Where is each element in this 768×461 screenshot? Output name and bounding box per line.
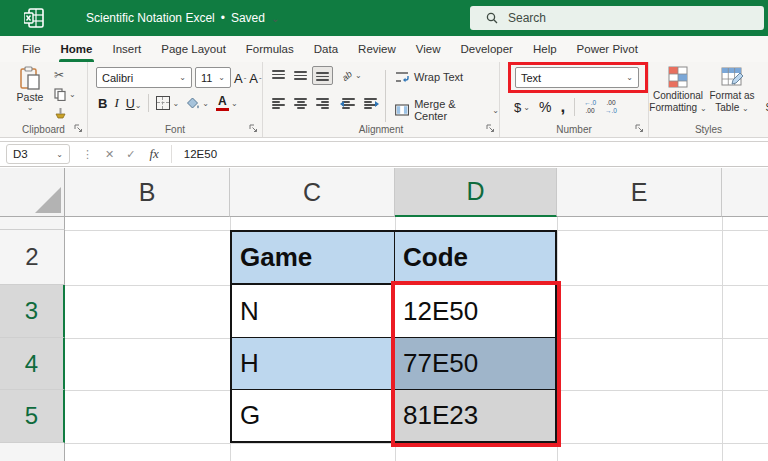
decrease-indent-button[interactable]: [342, 98, 355, 109]
group-alignment: ab⌄ Wrap Text: [263, 62, 500, 137]
clipboard-mini-buttons: ✂ ⌄: [54, 68, 76, 120]
bottom-align-button-selected[interactable]: [312, 66, 333, 85]
font-separator: [148, 94, 149, 112]
tab-review[interactable]: Review: [348, 36, 406, 62]
paste-chevron-icon: ⌄: [27, 103, 34, 112]
percent-button[interactable]: %: [539, 99, 551, 115]
number-dialog-launcher[interactable]: [635, 124, 644, 133]
borders-button[interactable]: ⌄: [156, 96, 179, 110]
align-right-button[interactable]: [316, 98, 329, 109]
merge-center-label: Merge & Center: [414, 98, 487, 122]
row-header-1-partial[interactable]: [0, 217, 65, 230]
search-input[interactable]: [508, 11, 708, 25]
currency-button[interactable]: $⌄: [514, 100, 530, 115]
fill-color-icon: [186, 97, 200, 110]
cell-d5[interactable]: 81E23: [395, 390, 555, 441]
font-dialog-launcher[interactable]: [249, 124, 258, 133]
column-header-e[interactable]: E: [557, 168, 722, 217]
increase-decimal-button[interactable]: ←.0.00: [584, 99, 596, 115]
italic-button[interactable]: I: [114, 95, 118, 111]
cell-d4[interactable]: 77E50: [395, 338, 555, 390]
title-chevron-icon[interactable]: ⌄: [271, 13, 279, 24]
formula-bar-dots-icon: ⋮: [82, 148, 93, 161]
cell-c2[interactable]: Game: [232, 232, 395, 285]
copy-button[interactable]: ⌄: [54, 87, 76, 101]
comma-style-button[interactable]: ,: [560, 102, 565, 112]
ribbon-tab-bar: File Home Insert Page Layout Formulas Da…: [0, 36, 768, 62]
name-box[interactable]: D3 ⌄: [6, 144, 70, 164]
clipboard-dialog-launcher[interactable]: [74, 124, 83, 133]
row-header-3[interactable]: 3: [0, 285, 65, 338]
enter-button[interactable]: ✓: [126, 148, 135, 161]
number-format-combo[interactable]: Text ⌄: [515, 67, 639, 88]
cut-button[interactable]: ✂: [54, 68, 76, 82]
column-header-c[interactable]: C: [230, 168, 395, 217]
formula-bar: D3 ⌄ ⋮ ✕ ✓ fx 12E50: [0, 141, 768, 167]
cell-d3-active[interactable]: 12E50: [395, 285, 555, 338]
conditional-formatting-chevron-icon: ⌄: [700, 104, 707, 113]
cell-c5[interactable]: G: [232, 390, 395, 441]
tab-help[interactable]: Help: [523, 36, 567, 62]
save-status: Saved: [231, 11, 265, 25]
ribbon: Paste ⌄ ✂ ⌄ Cli: [0, 62, 768, 138]
conditional-formatting-button[interactable]: Conditional Formatting ⌄: [654, 66, 702, 113]
row-header-6-partial[interactable]: 6: [0, 443, 65, 461]
name-box-chevron-icon: ⌄: [56, 150, 63, 159]
grow-font-button[interactable]: Aˆ: [234, 69, 246, 87]
excel-app-icon: [24, 8, 44, 28]
decrease-decimal-button[interactable]: .00→.0: [605, 99, 617, 115]
middle-align-button[interactable]: [294, 70, 307, 81]
cell-c3[interactable]: N: [232, 285, 395, 338]
row-header-4[interactable]: 4: [0, 338, 65, 390]
select-all-corner[interactable]: [0, 168, 65, 217]
top-align-button[interactable]: [272, 70, 285, 81]
font-size-combo[interactable]: 11 ⌄: [195, 67, 231, 88]
tab-data[interactable]: Data: [304, 36, 348, 62]
format-painter-button[interactable]: [54, 106, 76, 120]
format-as-table-button[interactable]: Format as Table ⌄: [708, 66, 756, 113]
cancel-button[interactable]: ✕: [105, 148, 114, 161]
paste-label: Paste: [17, 91, 44, 103]
format-painter-icon: [54, 107, 67, 120]
wrap-text-label: Wrap Text: [414, 71, 463, 83]
font-color-button[interactable]: A ⌄: [216, 95, 238, 111]
increase-indent-button[interactable]: [364, 98, 377, 109]
cell-d2[interactable]: Code: [395, 232, 555, 285]
tab-page-layout[interactable]: Page Layout: [151, 36, 236, 62]
bold-button[interactable]: B: [98, 96, 107, 111]
insert-function-button[interactable]: fx: [149, 146, 158, 162]
tab-formulas[interactable]: Formulas: [236, 36, 304, 62]
cell-styles-button[interactable]: Cell Styles: [762, 66, 768, 113]
tab-home[interactable]: Home: [51, 36, 103, 62]
alignment-dialog-launcher[interactable]: [486, 124, 495, 133]
wrap-text-button[interactable]: Wrap Text: [395, 71, 463, 83]
tab-file[interactable]: File: [12, 36, 51, 62]
tab-developer[interactable]: Developer: [451, 36, 523, 62]
column-header-b[interactable]: B: [65, 168, 230, 217]
row-header-2[interactable]: 2: [0, 230, 65, 285]
align-center-button[interactable]: [294, 98, 307, 109]
cell-c4[interactable]: H: [232, 338, 395, 390]
font-name-combo[interactable]: Calibri ⌄: [96, 67, 192, 88]
align-left-button[interactable]: [272, 98, 285, 109]
underline-button[interactable]: U⌄: [126, 94, 142, 112]
orientation-button[interactable]: ab⌄: [342, 71, 362, 81]
formula-bar-input[interactable]: 12E50: [184, 148, 217, 160]
merge-center-button[interactable]: Merge & Center ⌄: [395, 98, 499, 122]
copy-chevron-icon: ⌄: [69, 90, 76, 99]
tab-insert[interactable]: Insert: [102, 36, 151, 62]
column-header-f-partial[interactable]: [722, 168, 768, 217]
row-header-5[interactable]: 5: [0, 390, 65, 443]
font-color-chevron-icon: ⌄: [231, 99, 238, 108]
search-box[interactable]: [470, 6, 764, 30]
format-as-table-label-1: Format as: [709, 90, 754, 102]
font-name-value: Calibri: [102, 72, 133, 84]
tab-view[interactable]: View: [406, 36, 451, 62]
column-header-d[interactable]: D: [395, 168, 557, 217]
gridline: [65, 443, 768, 444]
paste-button[interactable]: Paste ⌄: [12, 66, 48, 112]
document-title[interactable]: Scientific Notation Excel • Saved ⌄: [86, 11, 279, 25]
shrink-font-button[interactable]: Aˇ: [249, 69, 261, 87]
tab-power-pivot[interactable]: Power Pivot: [567, 36, 648, 62]
fill-color-button[interactable]: ⌄: [186, 97, 209, 110]
